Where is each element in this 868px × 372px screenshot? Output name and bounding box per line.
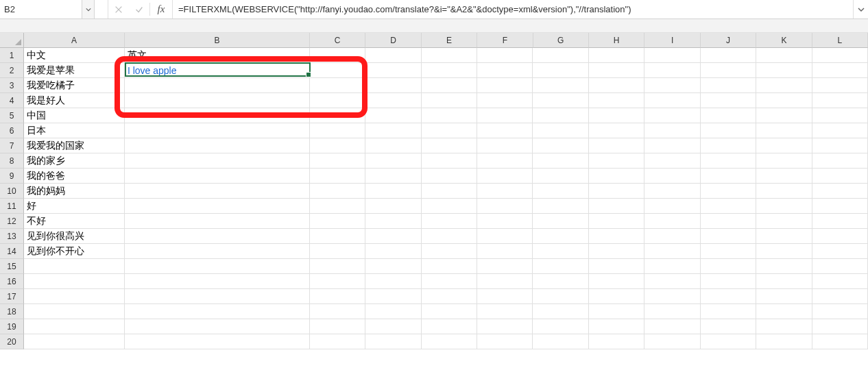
row-header-11[interactable]: 11 xyxy=(0,199,24,214)
cell-B16[interactable] xyxy=(125,274,310,289)
cell-H4[interactable] xyxy=(589,93,644,108)
cell-D13[interactable] xyxy=(365,229,421,244)
cell-G5[interactable] xyxy=(533,108,588,123)
cell-K3[interactable] xyxy=(756,78,812,93)
row-header-17[interactable]: 17 xyxy=(0,289,24,304)
cell-F18[interactable] xyxy=(477,304,533,319)
cell-L13[interactable] xyxy=(812,229,868,244)
col-header-A[interactable]: A xyxy=(24,33,125,48)
cell-D11[interactable] xyxy=(365,199,421,214)
cell-G6[interactable] xyxy=(533,123,588,138)
cell-D14[interactable] xyxy=(365,244,421,259)
cell-C4[interactable] xyxy=(310,93,365,108)
cell-A9[interactable]: 我的爸爸 xyxy=(24,169,125,184)
col-header-J[interactable]: J xyxy=(701,33,756,48)
cell-H9[interactable] xyxy=(589,169,644,184)
cell-G4[interactable] xyxy=(533,93,588,108)
cell-J7[interactable] xyxy=(701,138,756,153)
cell-F14[interactable] xyxy=(477,244,533,259)
cell-H10[interactable] xyxy=(589,184,644,199)
cell-H3[interactable] xyxy=(589,78,644,93)
row-header-5[interactable]: 5 xyxy=(0,108,24,123)
cell-H12[interactable] xyxy=(589,214,644,229)
cell-J18[interactable] xyxy=(701,304,756,319)
cell-H16[interactable] xyxy=(589,274,644,289)
cell-H7[interactable] xyxy=(589,138,644,153)
cell-F5[interactable] xyxy=(477,108,533,123)
cell-E12[interactable] xyxy=(422,214,477,229)
cell-E11[interactable] xyxy=(422,199,477,214)
cell-J1[interactable] xyxy=(701,48,756,63)
cell-J14[interactable] xyxy=(701,244,756,259)
cell-F8[interactable] xyxy=(477,153,533,169)
cell-L8[interactable] xyxy=(812,153,868,169)
cell-I13[interactable] xyxy=(644,229,700,244)
cell-C7[interactable] xyxy=(310,138,365,153)
col-header-K[interactable]: K xyxy=(756,33,812,48)
cell-G13[interactable] xyxy=(533,229,588,244)
cell-E14[interactable] xyxy=(422,244,477,259)
cell-D17[interactable] xyxy=(365,289,421,304)
cell-J13[interactable] xyxy=(701,229,756,244)
cell-B18[interactable] xyxy=(125,304,310,319)
cell-D19[interactable] xyxy=(365,319,421,334)
cell-I2[interactable] xyxy=(644,63,700,78)
cell-B8[interactable] xyxy=(125,153,310,169)
cell-F2[interactable] xyxy=(477,63,533,78)
cell-H6[interactable] xyxy=(589,123,644,138)
cell-E15[interactable] xyxy=(422,259,477,274)
cell-A3[interactable]: 我爱吃橘子 xyxy=(24,78,125,93)
cell-H19[interactable] xyxy=(589,319,644,334)
cell-C19[interactable] xyxy=(310,319,365,334)
cell-L2[interactable] xyxy=(812,63,868,78)
cell-J17[interactable] xyxy=(701,289,756,304)
cell-K7[interactable] xyxy=(756,138,812,153)
cell-F6[interactable] xyxy=(477,123,533,138)
cell-D6[interactable] xyxy=(365,123,421,138)
cell-J10[interactable] xyxy=(701,184,756,199)
cell-A4[interactable]: 我是好人 xyxy=(24,93,125,108)
cell-H13[interactable] xyxy=(589,229,644,244)
cell-C18[interactable] xyxy=(310,304,365,319)
cell-A1[interactable]: 中文 xyxy=(24,48,125,63)
cell-C1[interactable] xyxy=(310,48,365,63)
cell-G15[interactable] xyxy=(533,259,588,274)
cell-E6[interactable] xyxy=(422,123,477,138)
cell-C20[interactable] xyxy=(310,334,365,349)
cell-E1[interactable] xyxy=(422,48,477,63)
cell-K9[interactable] xyxy=(756,169,812,184)
cell-B5[interactable] xyxy=(125,108,310,123)
cell-F17[interactable] xyxy=(477,289,533,304)
cell-E18[interactable] xyxy=(422,304,477,319)
cell-E7[interactable] xyxy=(422,138,477,153)
cell-K17[interactable] xyxy=(756,289,812,304)
cell-I6[interactable] xyxy=(644,123,700,138)
cell-A5[interactable]: 中国 xyxy=(24,108,125,123)
cell-A19[interactable] xyxy=(24,319,125,334)
cell-C8[interactable] xyxy=(310,153,365,169)
cell-K14[interactable] xyxy=(756,244,812,259)
cell-J4[interactable] xyxy=(701,93,756,108)
row-header-7[interactable]: 7 xyxy=(0,138,24,153)
cell-I17[interactable] xyxy=(644,289,700,304)
cell-F16[interactable] xyxy=(477,274,533,289)
cell-E16[interactable] xyxy=(422,274,477,289)
cell-B19[interactable] xyxy=(125,319,310,334)
cell-L7[interactable] xyxy=(812,138,868,153)
cell-A16[interactable] xyxy=(24,274,125,289)
cell-G20[interactable] xyxy=(533,334,588,349)
cell-L14[interactable] xyxy=(812,244,868,259)
cell-J3[interactable] xyxy=(701,78,756,93)
row-header-14[interactable]: 14 xyxy=(0,244,24,259)
cell-G14[interactable] xyxy=(533,244,588,259)
cell-J19[interactable] xyxy=(701,319,756,334)
cell-J6[interactable] xyxy=(701,123,756,138)
cell-A6[interactable]: 日本 xyxy=(24,123,125,138)
cell-G19[interactable] xyxy=(533,319,588,334)
cell-H2[interactable] xyxy=(589,63,644,78)
cell-K18[interactable] xyxy=(756,304,812,319)
cell-I8[interactable] xyxy=(644,153,700,169)
cell-K11[interactable] xyxy=(756,199,812,214)
cell-C6[interactable] xyxy=(310,123,365,138)
cell-L6[interactable] xyxy=(812,123,868,138)
